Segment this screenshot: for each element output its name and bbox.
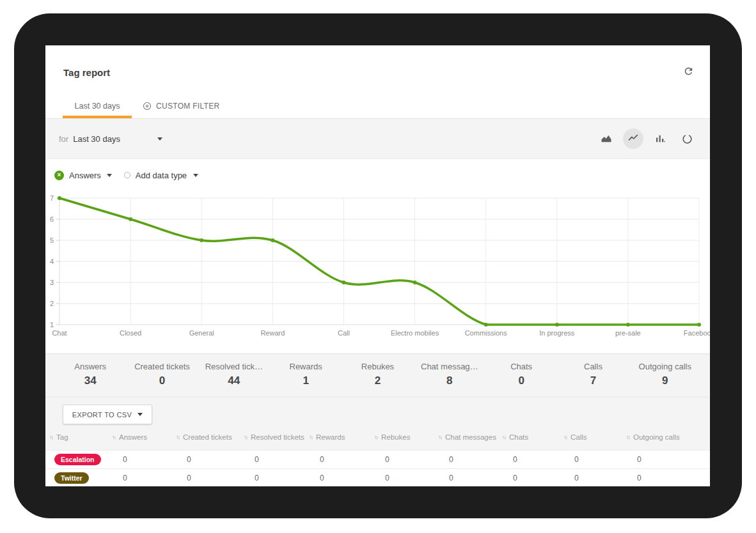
line-chart-svg: 1234567ChatClosedGeneralRewardCallElectr… bbox=[45, 191, 710, 344]
tag-badge: Twitter bbox=[54, 472, 89, 484]
export-to-csv-button[interactable]: EXPORT TO CSV bbox=[63, 405, 152, 424]
table-cell: 0 bbox=[438, 455, 502, 464]
stat-value: 2 bbox=[342, 375, 413, 387]
table-cell: 0 bbox=[626, 455, 710, 464]
sort-icon[interactable]: ↑↓ bbox=[563, 434, 567, 440]
column-header-label: Rebukes bbox=[381, 433, 410, 441]
report-header: Tag report bbox=[45, 45, 710, 93]
stat-label: Calls bbox=[557, 362, 629, 371]
sort-icon[interactable]: ↑↓ bbox=[502, 434, 505, 440]
column-header[interactable]: ↑↓ Rebukes bbox=[374, 433, 438, 441]
data-point[interactable] bbox=[58, 196, 61, 200]
export-button-label: EXPORT TO CSV bbox=[72, 411, 132, 419]
stat-value: 8 bbox=[414, 375, 485, 387]
column-header[interactable]: ↑↓ Rewards bbox=[309, 433, 374, 441]
stat-value: 0 bbox=[485, 375, 557, 387]
data-point[interactable] bbox=[413, 281, 417, 284]
data-point[interactable] bbox=[200, 238, 203, 242]
period-prefix: for bbox=[59, 134, 68, 144]
sort-icon[interactable]: ↑↓ bbox=[626, 434, 629, 440]
plus-circle-icon bbox=[143, 102, 152, 111]
column-header[interactable]: ↑↓ Resolved tickets bbox=[244, 433, 309, 441]
data-point[interactable] bbox=[484, 323, 488, 327]
sort-icon[interactable]: ↑↓ bbox=[374, 434, 377, 440]
add-data-type-button[interactable]: Add data type bbox=[124, 171, 198, 180]
svg-text:In progress: In progress bbox=[539, 329, 575, 337]
table-body: Escalation000000000Twitter000000000 bbox=[45, 450, 710, 486]
column-header-label: Answers bbox=[119, 433, 147, 441]
chart-type-toolbar bbox=[596, 119, 697, 158]
refresh-spinner-icon[interactable] bbox=[677, 128, 697, 149]
column-header[interactable]: ↑↓ Answers bbox=[112, 433, 176, 441]
svg-text:pre-sale: pre-sale bbox=[615, 329, 641, 337]
column-header[interactable]: ↑↓ Chats bbox=[502, 433, 563, 441]
table-cell: 0 bbox=[563, 474, 626, 483]
table-cell: 0 bbox=[438, 474, 502, 483]
table-cell: 0 bbox=[176, 455, 244, 464]
chevron-down-icon bbox=[107, 174, 112, 177]
stat-item: Rewards 1 bbox=[270, 362, 342, 397]
series-chip-answers[interactable]: × Answers bbox=[54, 171, 112, 180]
table-cell: 0 bbox=[374, 474, 438, 483]
summary-and-table-section: Answers 34 Created tickets 0 Resolved ti… bbox=[45, 353, 710, 486]
page-title: Tag report bbox=[63, 67, 110, 78]
data-point[interactable] bbox=[342, 281, 345, 284]
area-chart-icon[interactable] bbox=[596, 128, 617, 149]
svg-text:Facebook: Facebook bbox=[684, 329, 710, 337]
app-screen: Tag report Last 30 days CUSTOM FILTER fo… bbox=[45, 45, 710, 486]
stat-label: Outgoing calls bbox=[629, 362, 701, 371]
svg-text:4: 4 bbox=[50, 258, 54, 265]
stat-item: Answers 34 bbox=[54, 362, 126, 397]
svg-text:Reward: Reward bbox=[260, 329, 285, 337]
stat-label: Chat messag… bbox=[414, 362, 485, 371]
table-cell: 0 bbox=[112, 474, 176, 483]
column-header[interactable]: ↑↓ Chat messages bbox=[438, 433, 502, 441]
column-header-label: Created tickets bbox=[183, 433, 232, 441]
sort-icon[interactable]: ↑↓ bbox=[49, 434, 52, 440]
stat-label: Rebukes bbox=[342, 362, 413, 371]
line-chart-icon[interactable] bbox=[623, 128, 643, 149]
remove-series-icon[interactable]: × bbox=[54, 171, 64, 180]
refresh-icon[interactable] bbox=[683, 66, 696, 79]
stats-row: Answers 34 Created tickets 0 Resolved ti… bbox=[45, 353, 710, 398]
period-dropdown[interactable]: for Last 30 days bbox=[59, 119, 162, 158]
sort-icon[interactable]: ↑↓ bbox=[438, 434, 441, 440]
tab-bar: Last 30 days CUSTOM FILTER bbox=[45, 93, 710, 119]
svg-text:2: 2 bbox=[50, 300, 54, 307]
tag-cell: Escalation bbox=[49, 454, 112, 465]
bar-chart-icon[interactable] bbox=[650, 128, 670, 149]
tab-label: Last 30 days bbox=[75, 102, 120, 111]
sort-icon[interactable]: ↑↓ bbox=[112, 434, 115, 440]
column-header-label: Resolved tickets bbox=[251, 433, 304, 441]
tag-cell: Twitter bbox=[49, 472, 112, 484]
stat-label: Answers bbox=[54, 362, 126, 371]
svg-text:Chat: Chat bbox=[52, 329, 67, 337]
column-header-label: Rewards bbox=[316, 433, 345, 441]
sort-icon[interactable]: ↑↓ bbox=[309, 434, 312, 440]
tab-last-30-days[interactable]: Last 30 days bbox=[63, 93, 132, 118]
column-header[interactable]: ↑↓ Tag bbox=[49, 433, 112, 441]
stat-item: Created tickets 0 bbox=[126, 362, 198, 397]
data-point[interactable] bbox=[271, 238, 274, 242]
stat-value: 0 bbox=[126, 375, 198, 387]
filter-bar: for Last 30 days bbox=[45, 119, 710, 159]
sort-icon[interactable]: ↑↓ bbox=[244, 434, 247, 440]
svg-text:Closed: Closed bbox=[120, 329, 141, 337]
chevron-down-icon bbox=[157, 137, 162, 141]
data-point[interactable] bbox=[697, 323, 701, 327]
tab-custom-filter[interactable]: CUSTOM FILTER bbox=[143, 93, 219, 118]
stat-label: Created tickets bbox=[126, 362, 198, 371]
table-cell: 0 bbox=[502, 455, 563, 464]
sort-icon[interactable]: ↑↓ bbox=[176, 434, 179, 440]
data-point[interactable] bbox=[626, 323, 630, 327]
table-row: Twitter000000000 bbox=[45, 468, 710, 486]
column-header[interactable]: ↑↓ Created tickets bbox=[176, 433, 244, 441]
data-point[interactable] bbox=[555, 323, 559, 327]
stat-value: 1 bbox=[270, 375, 342, 387]
table-cell: 0 bbox=[244, 474, 309, 483]
table-cell: 0 bbox=[244, 455, 309, 464]
table-cell: 0 bbox=[626, 474, 710, 483]
column-header[interactable]: ↑↓ Calls bbox=[563, 433, 626, 441]
column-header[interactable]: ↑↓ Outgoing calls bbox=[626, 433, 710, 441]
data-point[interactable] bbox=[129, 217, 132, 221]
